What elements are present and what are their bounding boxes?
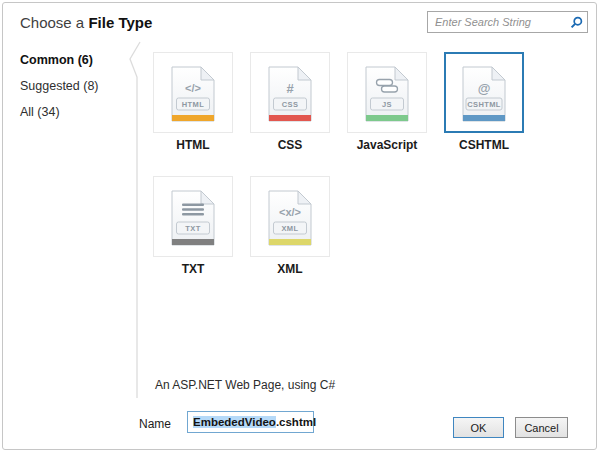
file-type-cell: </> HTML HTML: [153, 52, 233, 152]
file-type-tile[interactable]: @ CSHTML: [444, 52, 524, 133]
file-type-tile[interactable]: JS: [347, 52, 427, 133]
name-value-selected: EmbededVideo: [193, 416, 276, 428]
page-fold: [298, 67, 311, 80]
cshtml-file-icon: @ CSHTML: [462, 66, 506, 122]
dialog-title: Choose a File Type: [20, 14, 152, 31]
html-file-icon: </> HTML: [171, 66, 215, 122]
cancel-button[interactable]: Cancel: [515, 417, 568, 438]
file-color-bar: [269, 239, 311, 245]
file-type-label: XML: [250, 262, 330, 276]
badge-text: XML: [281, 224, 298, 233]
file-type-label: CSHTML: [444, 138, 524, 152]
page-fold: [201, 191, 214, 204]
file-type-cell: JS JavaScript: [347, 52, 427, 152]
file-color-bar: [269, 115, 311, 121]
file-type-cell: <x/> XML XML: [250, 176, 330, 276]
title-emphasis: File Type: [88, 14, 152, 31]
search-box[interactable]: [427, 11, 588, 33]
file-type-tile[interactable]: </> HTML: [153, 52, 233, 133]
name-value-extension: .cshtml: [276, 416, 316, 428]
badge-text: TXT: [185, 224, 200, 233]
badge-text: JS: [382, 100, 392, 109]
file-type-tile[interactable]: # CSS: [250, 52, 330, 133]
file-type-tile[interactable]: TXT: [153, 176, 233, 257]
search-input[interactable]: [428, 12, 568, 32]
glyph-text: </>: [185, 82, 201, 94]
file-color-bar: [366, 115, 408, 121]
css-file-icon: # CSS: [268, 66, 312, 122]
file-type-description: An ASP.NET Web Page, using C#: [155, 378, 335, 392]
sidebar-item-common[interactable]: Common (6): [20, 53, 99, 67]
file-type-label: TXT: [153, 262, 233, 276]
sidebar-item-all[interactable]: All (34): [20, 105, 99, 119]
category-sidebar: Common (6) Suggested (8) All (34): [20, 53, 99, 131]
glyph-text: @: [478, 81, 491, 96]
glyph-text: <x/>: [279, 206, 301, 218]
file-type-tile[interactable]: <x/> XML: [250, 176, 330, 257]
xml-file-icon: <x/> XML: [268, 190, 312, 246]
file-type-cell: # CSS CSS: [250, 52, 330, 152]
page-fold: [395, 67, 408, 80]
ok-button[interactable]: OK: [453, 417, 504, 438]
page-fold: [298, 191, 311, 204]
file-color-bar: [172, 239, 214, 245]
badge-text: HTML: [182, 100, 204, 109]
file-color-bar: [463, 115, 505, 121]
file-type-label: JavaScript: [347, 138, 427, 152]
sidebar-item-suggested[interactable]: Suggested (8): [20, 79, 99, 93]
text-lines-icon: [182, 204, 204, 216]
choose-file-type-dialog: Choose a File Type Common (6) Suggested …: [2, 2, 597, 450]
title-prefix: Choose a: [20, 14, 88, 31]
file-type-cell: TXT TXT: [153, 176, 233, 276]
name-input[interactable]: EmbededVideo.cshtml: [187, 411, 314, 433]
glyph-text: #: [286, 81, 294, 96]
page-fold: [201, 67, 214, 80]
file-type-grid: </> HTML HTML # CSS CSS: [153, 52, 524, 276]
page-fold: [492, 67, 505, 80]
badge-text: CSHTML: [467, 100, 501, 109]
search-icon[interactable]: [570, 16, 583, 29]
file-type-cell: @ CSHTML CSHTML: [444, 52, 524, 152]
badge-text: CSS: [282, 100, 299, 109]
file-type-label: CSS: [250, 138, 330, 152]
file-type-label: HTML: [153, 138, 233, 152]
category-divider-chevron: [126, 39, 146, 405]
javascript-file-icon: JS: [365, 66, 409, 122]
txt-file-icon: TXT: [171, 190, 215, 246]
name-label: Name: [139, 417, 171, 431]
file-color-bar: [172, 115, 214, 121]
